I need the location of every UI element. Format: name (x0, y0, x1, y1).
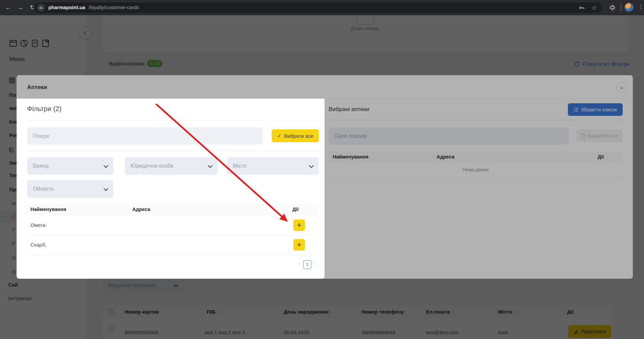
save-list-button[interactable]: Зберегти список (568, 103, 623, 116)
col-actions: Дії (598, 154, 604, 160)
modal-header: Аптеки × (17, 75, 633, 99)
city-label: Місто (233, 163, 247, 169)
col-name: Найменування (30, 207, 66, 212)
chevron-down-icon (104, 163, 108, 168)
selected-empty-row: Нема даних (329, 163, 623, 177)
table-row: Омега- + (26, 215, 319, 235)
delete-all-button[interactable]: Видалити все (576, 129, 623, 142)
chevron-down-icon (309, 163, 314, 168)
col-name: Найменування (333, 154, 369, 160)
page-next-icon[interactable]: › (314, 261, 315, 266)
filters-table-header: Найменування Адреса Дії (26, 204, 319, 215)
region-label: Область (33, 186, 54, 192)
cell-pharmacy-name: Омега- (30, 222, 47, 228)
legal-entity-label: Юридична особа (131, 163, 173, 169)
site-info-icon[interactable] (37, 4, 45, 12)
bookmark-star-icon[interactable]: ☆ (592, 4, 597, 12)
save-list-label: Зберегти список (581, 107, 617, 112)
table-row: Скарб, + (26, 235, 319, 255)
modal-title: Аптеки (27, 84, 47, 91)
brand-dropdown[interactable]: Бренд (27, 157, 113, 175)
close-icon[interactable]: × (616, 82, 627, 93)
cell-pharmacy-name: Скарб, (30, 242, 46, 248)
no-data-text: Нема даних (329, 167, 623, 172)
check-icon: ✓ (277, 133, 282, 139)
brand-label: Бренд (33, 163, 48, 169)
filters-title: Фільтри (2) (27, 105, 62, 113)
plus-icon: + (297, 240, 302, 249)
legal-entity-dropdown[interactable]: Юридична особа (125, 157, 218, 175)
url-path: /loyalty/customer-cards (89, 2, 139, 13)
selected-table-header: Найменування Адреса Дії (329, 151, 623, 163)
select-all-button[interactable]: ✓ Вибрати все (272, 129, 319, 142)
selected-title: Вибрані аптеки (329, 106, 369, 113)
add-pharmacy-button[interactable]: + (293, 219, 305, 231)
list-icon (574, 107, 578, 112)
password-key-icon[interactable] (579, 5, 585, 11)
plus-icon: + (297, 221, 302, 230)
select-all-label: Вибрати все (284, 133, 313, 139)
toolbar-separator (621, 4, 621, 11)
browser-chrome: ← → ↻ pharmapoint.ua /loyalty/customer-c… (0, 0, 644, 15)
trash-icon (581, 133, 585, 138)
url-domain: pharmapoint.ua (48, 2, 85, 13)
col-address: Адреса (437, 154, 454, 160)
region-dropdown[interactable]: Область (27, 180, 113, 198)
delete-all-label: Видалити все (588, 133, 618, 139)
extensions-icon[interactable] (609, 4, 616, 11)
selected-search-input[interactable] (329, 127, 569, 145)
add-pharmacy-button[interactable]: + (293, 239, 305, 251)
page-prev-icon[interactable]: ‹ (298, 261, 300, 266)
pharmacies-modal: Аптеки × Фільтри (2) ✓ Вибрати все Бренд… (17, 75, 633, 279)
forward-icon[interactable]: → (16, 3, 24, 12)
back-icon[interactable]: ← (4, 3, 12, 12)
chevron-down-icon (104, 186, 108, 191)
search-input[interactable] (27, 127, 263, 145)
chevron-down-icon (208, 163, 213, 168)
col-actions: Дії (292, 207, 298, 212)
col-address: Адреса (132, 207, 150, 212)
address-bar[interactable]: pharmapoint.ua /loyalty/customer-cards ☆ (34, 2, 602, 13)
avatar[interactable] (625, 3, 634, 12)
city-dropdown[interactable]: Місто (227, 157, 319, 175)
kebab-menu-icon[interactable]: ⋮ (638, 3, 644, 10)
page-number[interactable]: 1 (303, 260, 311, 269)
